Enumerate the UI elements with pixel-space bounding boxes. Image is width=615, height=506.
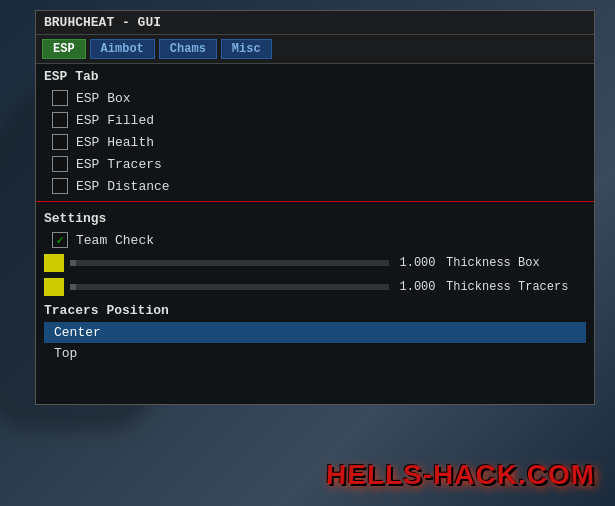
tab-chams[interactable]: Chams <box>159 39 217 59</box>
label-esp-tracers: ESP Tracers <box>76 157 162 172</box>
esp-section-label: ESP Tab <box>36 64 594 87</box>
bottom-spacer <box>36 364 594 404</box>
slider-color-box[interactable] <box>44 254 64 272</box>
label-esp-box: ESP Box <box>76 91 131 106</box>
slider-thickness-tracers-name: Thickness Tracers <box>446 280 586 294</box>
content-area: ESP Tab ESP Box ESP Filled ESP Health ES… <box>36 64 594 404</box>
checkbox-row-esp-box: ESP Box <box>36 87 594 109</box>
tracers-position-label: Tracers Position <box>36 299 594 322</box>
checkbox-row-esp-distance: ESP Distance <box>36 175 594 197</box>
divider-red-1 <box>36 201 594 202</box>
settings-section-label: Settings <box>36 206 594 229</box>
label-team-check: Team Check <box>76 233 154 248</box>
checkbox-esp-tracers[interactable] <box>52 156 68 172</box>
checkbox-row-esp-health: ESP Health <box>36 131 594 153</box>
label-esp-distance: ESP Distance <box>76 179 170 194</box>
tab-esp[interactable]: ESP <box>42 39 86 59</box>
slider-thickness-tracers-track[interactable] <box>70 284 389 290</box>
label-esp-filled: ESP Filled <box>76 113 154 128</box>
slider-thickness-tracers-value: 1.000 <box>395 280 440 294</box>
checkbox-esp-box[interactable] <box>52 90 68 106</box>
checkbox-esp-filled[interactable] <box>52 112 68 128</box>
main-window: BRUHCHEAT - GUI ESP Aimbot Chams Misc ES… <box>35 10 595 405</box>
checkbox-esp-health[interactable] <box>52 134 68 150</box>
tracers-option-top[interactable]: Top <box>44 343 586 364</box>
checkbox-row-team-check: Team Check <box>36 229 594 251</box>
checkbox-team-check[interactable] <box>52 232 68 248</box>
slider-color-tracers[interactable] <box>44 278 64 296</box>
slider-fill-box <box>70 260 76 266</box>
title-bar: BRUHCHEAT - GUI <box>36 11 594 35</box>
tab-aimbot[interactable]: Aimbot <box>90 39 155 59</box>
checkbox-row-esp-filled: ESP Filled <box>36 109 594 131</box>
checkbox-row-esp-tracers: ESP Tracers <box>36 153 594 175</box>
tab-misc[interactable]: Misc <box>221 39 272 59</box>
checkbox-esp-distance[interactable] <box>52 178 68 194</box>
slider-row-thickness-tracers: 1.000 Thickness Tracers <box>36 275 594 299</box>
slider-fill-tracers <box>70 284 76 290</box>
slider-thickness-box-name: Thickness Box <box>446 256 586 270</box>
window-title: BRUHCHEAT - GUI <box>44 15 161 30</box>
watermark-text: HELLS-HACK.COM <box>325 459 595 491</box>
slider-row-thickness-box: 1.000 Thickness Box <box>36 251 594 275</box>
slider-thickness-box-value: 1.000 <box>395 256 440 270</box>
slider-thickness-box-track[interactable] <box>70 260 389 266</box>
label-esp-health: ESP Health <box>76 135 154 150</box>
tracers-option-center[interactable]: Center <box>44 322 586 343</box>
tab-bar: ESP Aimbot Chams Misc <box>36 35 594 64</box>
